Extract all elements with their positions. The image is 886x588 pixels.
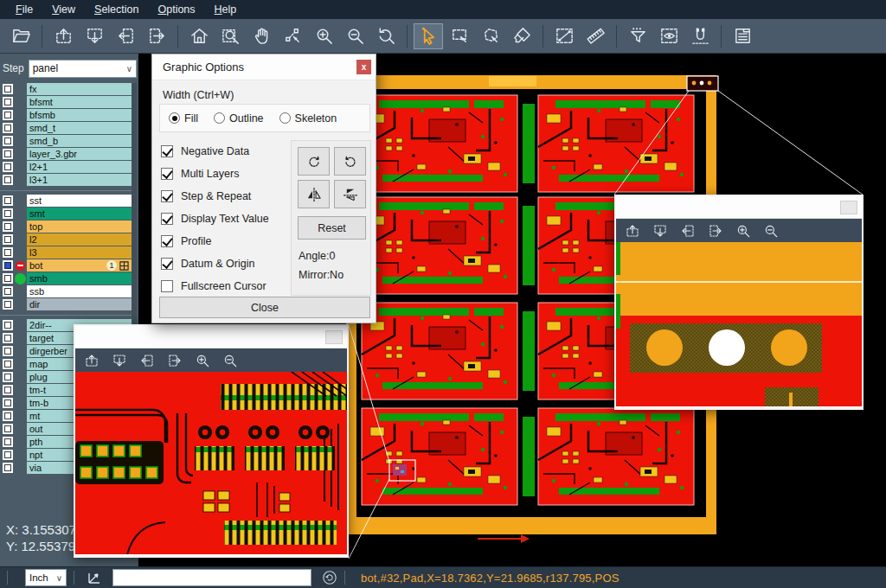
layer-checkbox[interactable] bbox=[3, 162, 13, 172]
zoom-in-icon[interactable] bbox=[309, 23, 338, 49]
checkbox-fullscreen-cursor[interactable]: Fullscreen Cursor bbox=[161, 275, 269, 297]
refresh-icon[interactable] bbox=[322, 570, 337, 585]
checkbox-profile[interactable]: Profile bbox=[161, 230, 269, 252]
layer-row-bot[interactable]: bot1 bbox=[0, 259, 132, 272]
layer-checkbox[interactable] bbox=[3, 234, 13, 245]
preview-right-pan-down-icon[interactable] bbox=[649, 220, 671, 240]
layer-label[interactable]: bfsmb bbox=[27, 109, 132, 121]
brush-icon[interactable] bbox=[507, 23, 536, 49]
preview-right-zoom-out-icon[interactable] bbox=[760, 220, 782, 240]
layer-checkbox[interactable] bbox=[3, 208, 13, 219]
preview-right-pan-up-icon[interactable] bbox=[621, 220, 644, 240]
home-icon[interactable] bbox=[184, 23, 214, 49]
dialog-titlebar[interactable]: Graphic Options x bbox=[152, 54, 376, 80]
preview-left-pan-down-icon[interactable] bbox=[108, 350, 131, 370]
zoom-preview-window-left[interactable] bbox=[74, 324, 349, 558]
flip-h-icon[interactable] bbox=[298, 180, 330, 208]
layer-checkbox[interactable] bbox=[3, 437, 13, 447]
checkbox-negative-data[interactable]: Negative Data bbox=[161, 140, 269, 163]
layer-checkbox[interactable] bbox=[3, 136, 13, 146]
preview-right-pan-left-icon[interactable] bbox=[677, 220, 699, 240]
layer-checkbox[interactable] bbox=[3, 372, 13, 382]
layer-row-ssb[interactable]: ssb bbox=[0, 285, 132, 297]
layer-label[interactable]: bot1 bbox=[27, 259, 132, 272]
preview-left-pan-right-icon[interactable] bbox=[164, 350, 186, 370]
layer-checkbox[interactable] bbox=[3, 411, 13, 421]
checkbox-step-repeat[interactable]: Step & Repeat bbox=[161, 185, 269, 208]
layer-label[interactable]: l3+1 bbox=[27, 174, 132, 186]
pan-down-icon[interactable] bbox=[80, 23, 109, 49]
menu-help[interactable]: Help bbox=[206, 2, 246, 17]
layer-checkbox[interactable] bbox=[3, 286, 13, 297]
layer-row-l3[interactable]: l3 bbox=[0, 246, 132, 259]
layer-checkbox[interactable] bbox=[3, 398, 13, 408]
layer-label[interactable]: l3 bbox=[27, 246, 132, 259]
layer-row-l3+1[interactable]: l3+1 bbox=[0, 174, 132, 186]
checkbox-datum-origin[interactable]: Datum & Origin bbox=[161, 252, 269, 275]
menu-file[interactable]: File bbox=[7, 2, 42, 17]
layer-checkbox[interactable] bbox=[3, 359, 13, 369]
preview-left-pan-up-icon[interactable] bbox=[80, 350, 103, 370]
preview-left-window-button[interactable] bbox=[325, 330, 343, 344]
layer-row-top[interactable]: top bbox=[0, 220, 132, 233]
layer-label[interactable]: smb bbox=[27, 272, 132, 284]
pan-left-icon[interactable] bbox=[111, 23, 140, 49]
layer-checkbox[interactable] bbox=[3, 320, 13, 330]
layer-checkbox[interactable] bbox=[3, 260, 13, 271]
panel-list-icon[interactable] bbox=[728, 23, 757, 49]
menu-options[interactable]: Options bbox=[149, 2, 203, 17]
layer-checkbox[interactable] bbox=[3, 97, 13, 107]
layer-label[interactable]: layer_3.gbr bbox=[27, 148, 132, 160]
select-icon[interactable] bbox=[414, 23, 443, 49]
filter-icon[interactable] bbox=[623, 23, 652, 49]
layer-label[interactable]: smd_b bbox=[27, 135, 132, 147]
layer-label[interactable]: l2 bbox=[27, 233, 132, 246]
unit-select[interactable]: Inch ∨ bbox=[25, 569, 67, 586]
layer-row-l2+1[interactable]: l2+1 bbox=[0, 161, 132, 173]
grid-icon[interactable] bbox=[119, 261, 129, 271]
layer-checkbox[interactable] bbox=[3, 273, 13, 284]
layer-row-smd_b[interactable]: smd_b bbox=[0, 135, 132, 147]
preview-right-window-button[interactable] bbox=[840, 201, 857, 214]
layer-checkbox[interactable] bbox=[3, 221, 13, 232]
pan-up-icon[interactable] bbox=[48, 23, 78, 49]
flip-v-icon[interactable] bbox=[334, 180, 366, 208]
view-icon[interactable] bbox=[654, 23, 684, 49]
radio-skeleton[interactable]: Skeleton bbox=[279, 112, 337, 125]
layer-row-fx[interactable]: fx bbox=[0, 83, 132, 95]
layer-checkbox[interactable] bbox=[3, 195, 13, 206]
layer-label[interactable]: dir bbox=[27, 298, 132, 310]
preview-right-pan-right-icon[interactable] bbox=[704, 220, 727, 240]
layer-row-bfsmt[interactable]: bfsmt bbox=[0, 96, 132, 108]
layer-label[interactable]: fx bbox=[27, 83, 132, 95]
measure-icon[interactable] bbox=[549, 23, 579, 49]
node-edit-icon[interactable] bbox=[278, 23, 307, 49]
zoom-prev-icon[interactable] bbox=[371, 23, 401, 49]
layer-checkbox[interactable] bbox=[3, 110, 13, 120]
open-folder-icon[interactable] bbox=[6, 23, 35, 49]
preview-right-titlebar[interactable] bbox=[616, 196, 862, 219]
hand-icon[interactable] bbox=[247, 23, 276, 49]
layer-row-smt[interactable]: smt bbox=[0, 208, 132, 220]
preview-left-pan-left-icon[interactable] bbox=[136, 350, 158, 370]
menu-selection[interactable]: Selection bbox=[86, 2, 147, 17]
layer-checkbox[interactable] bbox=[3, 299, 13, 310]
layer-label[interactable]: smd_t bbox=[27, 122, 132, 134]
layer-label[interactable]: ssb bbox=[27, 285, 132, 297]
measure-angle-icon[interactable] bbox=[87, 569, 104, 586]
close-button[interactable]: Close bbox=[159, 297, 370, 318]
zoom-out-icon[interactable] bbox=[340, 23, 369, 49]
layer-label[interactable]: sst bbox=[27, 195, 132, 207]
layer-checkbox[interactable] bbox=[3, 149, 13, 159]
layer-label[interactable]: bfsmt bbox=[27, 96, 132, 108]
layer-checkbox[interactable] bbox=[3, 424, 13, 434]
layer-checkbox[interactable] bbox=[3, 450, 13, 460]
layer-checkbox[interactable] bbox=[3, 333, 13, 343]
layer-checkbox[interactable] bbox=[3, 463, 13, 473]
preview-left-zoom-out-icon[interactable] bbox=[219, 350, 241, 370]
radio-outline[interactable]: Outline bbox=[214, 112, 264, 125]
rotate-cw-icon[interactable] bbox=[298, 147, 330, 176]
preview-left-titlebar[interactable] bbox=[75, 326, 347, 348]
layer-label[interactable]: l2+1 bbox=[27, 161, 132, 173]
menu-view[interactable]: View bbox=[43, 2, 84, 17]
